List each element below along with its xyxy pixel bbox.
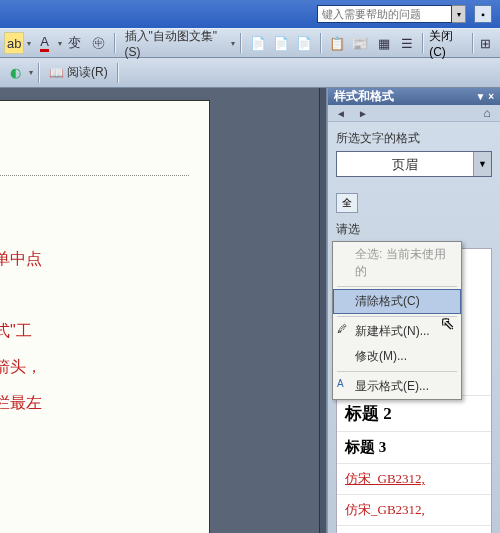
toolbar-icon-button[interactable]: ☰ — [397, 32, 417, 54]
toolbar-icon-button[interactable]: 📋 — [327, 32, 347, 54]
reading-layout-button[interactable]: 📖 阅读(R) — [45, 64, 112, 81]
document-page[interactable]: 下拉菜单中点 具栏， 式和格式"工 下下拉箭头， 格工具栏最左 — [0, 100, 210, 533]
current-style-text: 页眉 — [337, 152, 473, 176]
enclosed-char-button[interactable]: ㊥ — [88, 32, 108, 54]
toolbar-separator — [422, 33, 424, 53]
ctx-modify[interactable]: 修改(M)... — [333, 344, 461, 369]
doc-line: 格工具栏最左 — [0, 385, 42, 421]
workspace: 下拉菜单中点 具栏， 式和格式"工 下下拉箭头， 格工具栏最左 样式和格式 ▼ … — [0, 88, 500, 533]
autotext-dropdown-icon[interactable]: ▾ — [231, 39, 235, 48]
ctx-new-style[interactable]: 🖉 新建样式(N)... — [333, 319, 461, 344]
taskpane-forward-button[interactable]: ► — [354, 105, 372, 121]
style-list-item[interactable]: 标题 2 — [337, 396, 491, 432]
taskpane-home-button[interactable]: ⌂ — [478, 105, 496, 121]
style-list-item[interactable]: 仿宋_GB2312, — [337, 464, 491, 495]
toolbar-separator — [240, 33, 242, 53]
ctx-select-all: 全选: 当前未使用的 — [333, 242, 461, 284]
minimize-ribbon-button[interactable]: ▪ — [474, 5, 492, 23]
toolbar-icon-button[interactable]: ▦ — [373, 32, 393, 54]
toolbar-overflow-button[interactable]: ⊞ — [476, 32, 496, 54]
font-color-dropdown-icon[interactable]: ▾ — [58, 39, 62, 48]
document-text: 下拉菜单中点 具栏， 式和格式"工 下下拉箭头， 格工具栏最左 — [0, 241, 42, 421]
secondary-toolbar: ◐ ▾ 📖 阅读(R) — [0, 58, 500, 88]
taskpane-body: 所选文字的格式 页眉 ▼ 全 请选 全选: 当前未使用的 清除格式(C) ↖ — [328, 122, 500, 533]
page-header-region — [0, 156, 189, 176]
toolbar-separator — [114, 33, 116, 53]
close-header-button[interactable]: 关闭(C) — [429, 28, 466, 59]
toolbar-icon-button[interactable]: 📄 — [294, 32, 314, 54]
context-menu-separator — [337, 316, 457, 317]
book-icon: 📖 — [49, 66, 64, 80]
taskpane-nav: ◄ ► ⌂ — [328, 105, 500, 122]
doc-line: 式和格式"工 — [0, 313, 42, 349]
select-all-button[interactable]: 全 — [336, 193, 358, 213]
help-search-input[interactable] — [317, 5, 452, 23]
ctx-clear-format[interactable]: 清除格式(C) ↖ — [333, 289, 461, 314]
toolbar-separator — [117, 63, 119, 83]
taskpane-back-button[interactable]: ◄ — [332, 105, 350, 121]
styles-taskpane: 样式和格式 ▼ × ◄ ► ⌂ 所选文字的格式 页眉 ▼ 全 请选 全选: 当前… — [327, 88, 500, 533]
taskpane-dropdown-icon[interactable]: ▼ × — [475, 91, 494, 102]
style-list-item[interactable]: 仿宋_GB2312, — [337, 495, 491, 526]
formatting-toolbar: ab ▾ A ▾ 变 ㊥ 插入"自动图文集"(S) ▾ 📄 📄 📄 📋 📰 ▦ … — [0, 28, 500, 58]
highlight-button[interactable]: ab — [4, 32, 24, 54]
window-titlebar: ▾ ▪ — [0, 0, 500, 28]
style-list-item[interactable]: 标题 3 — [337, 432, 491, 464]
pick-formatting-label: 请选 — [336, 221, 492, 238]
phonetic-guide-button[interactable]: 变 — [65, 32, 85, 54]
research-button[interactable]: ◐ — [4, 62, 26, 84]
doc-line: 下下拉箭头， — [0, 349, 42, 385]
toolbar-separator — [320, 33, 322, 53]
document-area: 下拉菜单中点 具栏， 式和格式"工 下下拉箭头， 格工具栏最左 — [0, 88, 319, 533]
new-style-icon: 🖉 — [337, 323, 351, 337]
highlight-dropdown-icon[interactable]: ▾ — [27, 39, 31, 48]
help-search-dropdown[interactable]: ▾ — [452, 5, 466, 23]
font-color-button[interactable]: A — [34, 32, 54, 54]
style-combo-dropdown-icon[interactable]: ▼ — [473, 152, 491, 176]
pane-splitter[interactable] — [319, 88, 327, 533]
autotext-insert-button[interactable]: 插入"自动图文集"(S) — [121, 28, 229, 59]
toolbar-icon-button[interactable]: 📄 — [271, 32, 291, 54]
ctx-reveal-format[interactable]: A 显示格式(E)... — [333, 374, 461, 399]
context-menu-separator — [337, 371, 457, 372]
doc-line: 下拉菜单中点 — [0, 241, 42, 277]
style-list[interactable]: 全选: 当前未使用的 清除格式(C) ↖ 🖉 新建样式(N)... 修改(M).… — [336, 248, 492, 533]
context-menu-separator — [337, 286, 457, 287]
toolbar-icon-button[interactable]: 📰 — [350, 32, 370, 54]
context-menu: 全选: 当前未使用的 清除格式(C) ↖ 🖉 新建样式(N)... 修改(M).… — [332, 241, 462, 400]
toolbar-separator — [38, 63, 40, 83]
toolbar-separator — [472, 33, 474, 53]
research-dropdown-icon[interactable]: ▾ — [29, 68, 33, 77]
reveal-format-icon: A — [337, 378, 351, 392]
current-style-combo[interactable]: 页眉 ▼ — [336, 151, 492, 177]
taskpane-title: 样式和格式 — [334, 88, 394, 105]
toolbar-icon-button[interactable]: 📄 — [247, 32, 267, 54]
selected-format-label: 所选文字的格式 — [336, 130, 492, 147]
taskpane-header: 样式和格式 ▼ × — [328, 88, 500, 105]
doc-line: 具栏， — [0, 277, 42, 313]
